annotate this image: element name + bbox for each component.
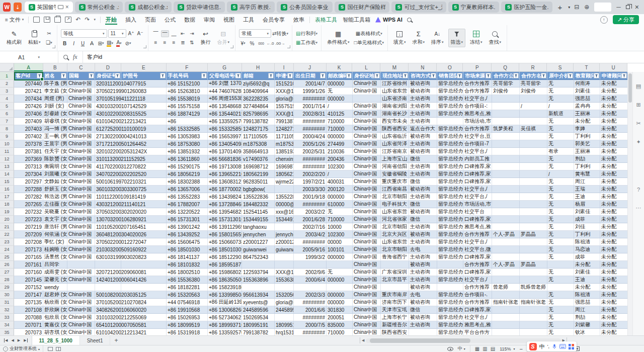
add-sheet-button[interactable]: +: [110, 337, 122, 344]
cell[interactable]: 被动咨询: [409, 299, 437, 306]
cell[interactable]: 710000: [327, 216, 353, 223]
cell[interactable]: [492, 178, 520, 186]
cell[interactable]: 207160: [14, 269, 43, 276]
cell[interactable]: ########: [294, 201, 327, 208]
cell[interactable]: 710000: [327, 118, 353, 125]
cell[interactable]: +86 15290175: [167, 163, 208, 170]
cell[interactable]: 未分配: [600, 321, 627, 329]
font-size-select[interactable]: 11▾: [108, 29, 126, 38]
cell[interactable]: 1999/1/26: [294, 87, 327, 95]
cell[interactable]: 360103200303300725: [95, 186, 121, 193]
cell[interactable]: 未分配: [600, 246, 627, 253]
row-number[interactable]: 30: [0, 291, 14, 299]
cell[interactable]: +86 13552283: [167, 193, 208, 201]
cell[interactable]: 000000: [327, 253, 353, 261]
cell[interactable]: [275, 186, 294, 193]
cell[interactable]: 无: [547, 329, 574, 335]
cell[interactable]: [67, 261, 95, 269]
cell[interactable]: 110105200207165451: [95, 223, 121, 231]
cell[interactable]: 钦冰: [574, 329, 600, 335]
cell[interactable]: 刘紫馨: [574, 321, 600, 329]
sum-button[interactable]: Σ 求和▾: [411, 29, 427, 47]
cell[interactable]: [275, 284, 294, 291]
cell[interactable]: +86 18099519: [167, 321, 208, 329]
cell[interactable]: 207147: [14, 291, 43, 299]
cell[interactable]: 何雨涛: [574, 80, 600, 87]
cell[interactable]: 刘素佳: [574, 269, 600, 276]
cell[interactable]: +86 13439252: [167, 231, 208, 238]
cell[interactable]: 未分配: [600, 208, 627, 216]
cell[interactable]: 未分配: [600, 291, 627, 299]
cell[interactable]: +86 13220522: [167, 208, 208, 216]
cell[interactable]: 370105199411221118: [95, 95, 121, 103]
cell[interactable]: 口碑推荐,家: [463, 163, 492, 170]
cell[interactable]: +86 13901242: [167, 223, 208, 231]
system-menu[interactable]: 业财管理系统: [10, 345, 37, 352]
cell[interactable]: 安徽省铜陵: [381, 170, 409, 178]
cell[interactable]: 310103200212255069: [95, 314, 121, 321]
cell[interactable]: ########: [294, 155, 327, 163]
cell[interactable]: 李婵: [574, 125, 600, 133]
sort-button[interactable]: A↓ 排序▾: [429, 29, 446, 47]
cell[interactable]: [520, 178, 547, 186]
cell[interactable]: [520, 329, 547, 335]
cell[interactable]: 合作方推荐: [463, 80, 492, 87]
percent-icon[interactable]: %: [248, 40, 256, 47]
cell[interactable]: China中国: [353, 208, 381, 216]
cell[interactable]: 天津市宝坻: [381, 306, 409, 314]
cell[interactable]: 150269534: [242, 314, 275, 321]
cell[interactable]: China中国: [67, 110, 95, 118]
column-header-H[interactable]: H: [242, 63, 275, 72]
number-format-select[interactable]: 常规▾: [239, 29, 271, 38]
ime-chinese-mode-icon[interactable]: 中: [539, 343, 545, 350]
cell[interactable]: gloria@uk: [275, 299, 294, 306]
italic-button[interactable]: I: [70, 40, 78, 47]
cell[interactable]: +86 15320563: [167, 291, 208, 299]
menu-item[interactable]: 工具: [243, 15, 255, 25]
cell[interactable]: 未分配: [574, 261, 600, 269]
column-header-U[interactable]: U: [600, 63, 627, 72]
cell[interactable]: 2005/1/26: [294, 140, 327, 148]
cell[interactable]: 32010220020531242X: [95, 148, 121, 155]
align-left-icon[interactable]: ≡: [152, 39, 160, 46]
cell[interactable]: 微信: [409, 306, 437, 314]
eye-protect-icon[interactable]: [447, 347, 453, 351]
cell[interactable]: +86 1863505000: [208, 276, 242, 284]
window-split-icon[interactable]: [48, 347, 53, 351]
align-right-icon[interactable]: ≡: [170, 39, 178, 46]
cell[interactable]: China中国: [67, 299, 95, 306]
column-header-K[interactable]: K: [327, 63, 353, 72]
cell[interactable]: 北京大兴区: [381, 231, 409, 238]
cell[interactable]: 207282: [14, 193, 43, 201]
cell[interactable]: 102300: [327, 163, 353, 170]
cell[interactable]: 江西省南昌: [381, 186, 409, 193]
cell[interactable]: [492, 103, 520, 110]
cell[interactable]: 留学总经办: [437, 306, 463, 314]
cell[interactable]: 410125: [327, 110, 353, 118]
cell[interactable]: China中国: [67, 125, 95, 133]
cell[interactable]: 2001/6/28: [294, 216, 327, 223]
cell[interactable]: 李文茹 (女: [43, 87, 67, 95]
cell[interactable]: [275, 314, 294, 321]
cell[interactable]: [95, 284, 121, 291]
cell[interactable]: [492, 170, 520, 178]
cell[interactable]: 留学总经办: [437, 103, 463, 110]
cell[interactable]: 口碑推荐,家: [463, 216, 492, 223]
cell[interactable]: [492, 95, 520, 103]
cell[interactable]: +86 1335925706: [208, 329, 242, 335]
toolbar-chevron-icon[interactable]: ▾: [94, 18, 96, 22]
cell[interactable]: +86 13053983: [167, 133, 208, 140]
borders-button[interactable]: ⊞▾: [97, 40, 105, 47]
cell[interactable]: [520, 253, 547, 261]
cell[interactable]: [492, 201, 520, 208]
increase-indent-icon[interactable]: ⇥: [188, 30, 196, 37]
row-number[interactable]: 9: [0, 133, 14, 140]
cell[interactable]: 返点合作大: [409, 125, 437, 133]
cell[interactable]: 207088: [14, 314, 43, 321]
cell[interactable]: 亮哥留学: [492, 80, 520, 87]
cell[interactable]: 口碑推荐,家: [463, 178, 492, 186]
cell[interactable]: 2001/7/14: [294, 103, 327, 110]
cell[interactable]: 200051: [327, 314, 353, 321]
cell[interactable]: 274499: [327, 140, 353, 148]
cell[interactable]: 无: [547, 178, 574, 186]
